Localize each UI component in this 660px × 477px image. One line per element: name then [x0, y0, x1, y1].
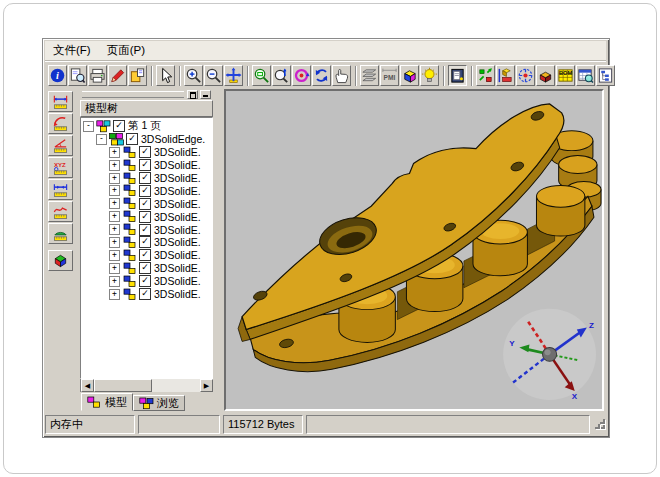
visibility-checkbox[interactable]: ✓: [139, 236, 151, 248]
tree-node-label[interactable]: 3DSolidE.: [154, 224, 201, 236]
dim-radius-button[interactable]: [48, 113, 73, 134]
tree-row[interactable]: -✓第 1 页: [81, 120, 212, 133]
visibility-checkbox[interactable]: ✓: [139, 275, 151, 287]
visibility-checkbox[interactable]: ✓: [139, 211, 151, 223]
visibility-checkbox[interactable]: ✓: [139, 224, 151, 236]
zoom-in-button[interactable]: [184, 65, 203, 86]
dim-coordinate-button[interactable]: XYZ: [48, 157, 73, 178]
tree-row[interactable]: +✓3DSolidE.: [81, 172, 212, 185]
expand-icon[interactable]: +: [109, 173, 120, 184]
measure-solid-button[interactable]: [48, 250, 73, 271]
zoom-out-button[interactable]: [204, 65, 223, 86]
tree-node-label[interactable]: 3DSolidE.: [154, 249, 201, 261]
rotate-view-button[interactable]: [292, 65, 311, 86]
expand-icon[interactable]: +: [109, 147, 120, 158]
tree-node-label[interactable]: 3DSolidE.: [154, 146, 201, 158]
tree-row[interactable]: +✓3DSolidE.: [81, 288, 212, 301]
layers-button[interactable]: [360, 65, 379, 86]
scroll-thumb[interactable]: [94, 379, 152, 392]
print-button[interactable]: [88, 65, 107, 86]
resize-grip[interactable]: [594, 418, 606, 430]
markup-button[interactable]: [108, 65, 127, 86]
edit-solid-button[interactable]: [536, 65, 555, 86]
zoom-dynamic-button[interactable]: [272, 65, 291, 86]
dim-arc-button[interactable]: [48, 223, 73, 244]
viewport-3d[interactable]: Z Y X: [224, 89, 604, 411]
visibility-checkbox[interactable]: ✓: [139, 249, 151, 261]
tree-row[interactable]: +✓3DSolidE.: [81, 159, 212, 172]
expand-icon[interactable]: +: [109, 160, 120, 171]
scroll-track[interactable]: [152, 379, 200, 392]
expand-icon[interactable]: +: [109, 276, 120, 287]
tree-node-label[interactable]: 3DSolidE.: [154, 159, 201, 171]
expand-icon[interactable]: +: [109, 211, 120, 222]
tree-row[interactable]: +✓3DSolidE.: [81, 262, 212, 275]
panel-float-button[interactable]: [187, 90, 198, 99]
scroll-right-button[interactable]: ▶: [200, 379, 213, 392]
bom-table-button[interactable]: [576, 65, 595, 86]
dim-curve-length-button[interactable]: [48, 201, 73, 222]
panel-hide-button[interactable]: [200, 90, 211, 99]
visibility-checkbox[interactable]: ✓: [126, 133, 138, 145]
axis-widget[interactable]: Z Y X: [503, 309, 596, 401]
visibility-checkbox[interactable]: ✓: [139, 185, 151, 197]
cad-model-canvas[interactable]: Z Y X: [226, 91, 602, 409]
dim-distance-button[interactable]: [48, 179, 73, 200]
structure-tree-button[interactable]: [596, 65, 615, 86]
visibility-checkbox[interactable]: ✓: [139, 262, 151, 274]
menu-item[interactable]: 页面(P): [99, 41, 153, 60]
lighting-button[interactable]: [420, 65, 439, 86]
move-parts-button[interactable]: [476, 65, 495, 86]
tree-node-label[interactable]: 3DSolidE.: [154, 262, 201, 274]
tree-node-label[interactable]: 3DSolidE.: [154, 172, 201, 184]
tree-h-scrollbar[interactable]: ◀ ▶: [80, 379, 213, 392]
tree-node-label[interactable]: 3DSolidE.: [154, 211, 201, 223]
add-annotation-view-button[interactable]: [496, 65, 515, 86]
collapse-icon[interactable]: -: [96, 134, 107, 145]
visibility-checkbox[interactable]: ✓: [113, 120, 125, 132]
tree-node-label[interactable]: 3DSolidE.: [154, 275, 201, 287]
tree-row[interactable]: +✓3DSolidE.: [81, 210, 212, 223]
collapse-icon[interactable]: -: [83, 121, 94, 132]
tree-node-label[interactable]: 3DSolidE.: [154, 288, 201, 300]
tab-browse[interactable]: 浏览: [133, 395, 185, 411]
tree-row[interactable]: +✓3DSolidE.: [81, 275, 212, 288]
panel-splitter[interactable]: [213, 89, 224, 411]
expand-icon[interactable]: +: [109, 198, 120, 209]
expand-icon[interactable]: +: [109, 185, 120, 196]
expand-icon[interactable]: +: [109, 263, 120, 274]
visibility-checkbox[interactable]: ✓: [139, 146, 151, 158]
tree-row[interactable]: +✓3DSolidE.: [81, 223, 212, 236]
tree-node-label[interactable]: 3DSolidEdge.: [141, 133, 205, 145]
explode-button[interactable]: [516, 65, 535, 86]
select-button[interactable]: [156, 65, 175, 86]
visibility-checkbox[interactable]: ✓: [139, 198, 151, 210]
notebook-button[interactable]: [448, 65, 467, 86]
expand-icon[interactable]: +: [109, 250, 120, 261]
scroll-left-button[interactable]: ◀: [81, 379, 94, 392]
info-button[interactable]: i: [48, 65, 67, 86]
pmi-button[interactable]: PMI: [380, 65, 399, 86]
tree-node-label[interactable]: 3DSolidE.: [154, 198, 201, 210]
bom-button[interactable]: BOM: [556, 65, 575, 86]
zoom-window-button[interactable]: [252, 65, 271, 86]
tree-row[interactable]: +✓3DSolidE.: [81, 184, 212, 197]
tree-row[interactable]: +✓3DSolidE.: [81, 197, 212, 210]
pan-button[interactable]: [224, 65, 243, 86]
tree-node-label[interactable]: 第 1 页: [128, 119, 161, 133]
refresh-button[interactable]: [312, 65, 331, 86]
dim-angle-button[interactable]: [48, 135, 73, 156]
panel-gripper[interactable]: [82, 91, 184, 98]
expand-icon[interactable]: +: [109, 224, 120, 235]
tree-node-label[interactable]: 3DSolidE.: [154, 185, 201, 197]
expand-icon[interactable]: +: [109, 237, 120, 248]
print-preview-button[interactable]: [68, 65, 87, 86]
hand-pan-button[interactable]: [332, 65, 351, 86]
view-cube-button[interactable]: [400, 65, 419, 86]
tree-row[interactable]: -✓3DSolidEdge.: [81, 133, 212, 146]
tree-row[interactable]: +✓3DSolidE.: [81, 236, 212, 249]
expand-icon[interactable]: +: [109, 289, 120, 300]
dim-horizontal-button[interactable]: [48, 91, 73, 112]
visibility-checkbox[interactable]: ✓: [139, 172, 151, 184]
menu-item[interactable]: 文件(F): [45, 41, 99, 60]
